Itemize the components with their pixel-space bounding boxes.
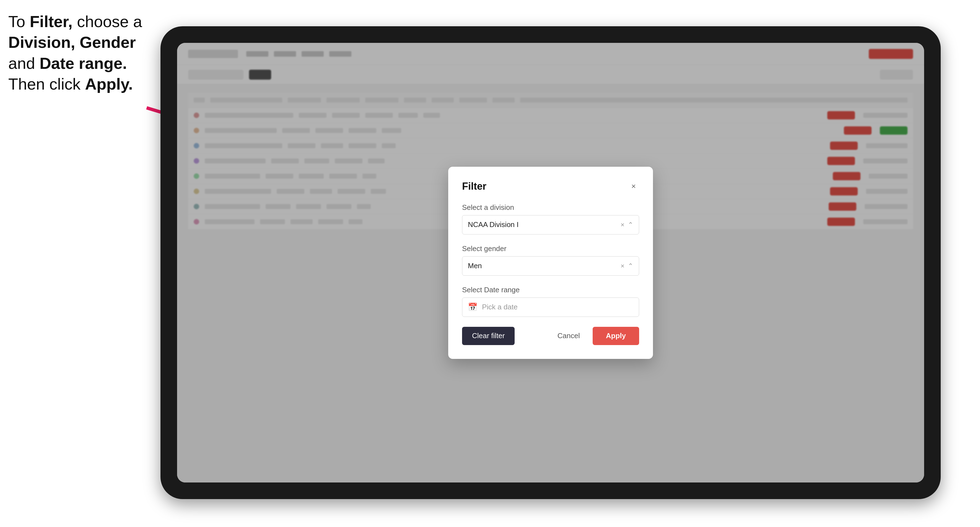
modal-overlay: Filter × Select a division NCAA Division… bbox=[177, 43, 924, 483]
gender-selected-value: Men bbox=[468, 262, 482, 270]
date-placeholder: Pick a date bbox=[482, 303, 518, 311]
division-clear-icon[interactable]: × bbox=[620, 221, 624, 229]
gender-chevron-icon: ⌃ bbox=[628, 262, 633, 270]
calendar-icon: 📅 bbox=[468, 303, 477, 312]
tablet-device: Filter × Select a division NCAA Division… bbox=[161, 26, 941, 499]
gender-clear-icon[interactable]: × bbox=[620, 262, 624, 270]
instruction-text: To Filter, choose a Division, Gender and… bbox=[8, 11, 152, 95]
instruction-bold-filter: Filter, bbox=[30, 13, 73, 30]
close-button[interactable]: × bbox=[628, 181, 639, 192]
date-input[interactable]: 📅 Pick a date bbox=[462, 297, 639, 317]
division-form-group: Select a division NCAA Division I × ⌃ bbox=[462, 203, 639, 235]
division-chevron-icon: ⌃ bbox=[628, 221, 633, 229]
footer-right-actions: Cancel Apply bbox=[547, 327, 639, 345]
date-form-group: Select Date range 📅 Pick a date bbox=[462, 286, 639, 317]
modal-header: Filter × bbox=[462, 181, 639, 192]
filter-modal: Filter × Select a division NCAA Division… bbox=[448, 167, 653, 359]
division-select[interactable]: NCAA Division I × ⌃ bbox=[462, 215, 639, 235]
apply-button[interactable]: Apply bbox=[593, 327, 639, 345]
gender-select-actions: × ⌃ bbox=[620, 262, 633, 270]
instruction-bold-date-range: Date range. bbox=[40, 54, 127, 72]
date-label: Select Date range bbox=[462, 286, 639, 294]
gender-select[interactable]: Men × ⌃ bbox=[462, 256, 639, 276]
instruction-bold-division-gender: Division, Gender bbox=[8, 33, 136, 51]
cancel-button[interactable]: Cancel bbox=[547, 327, 590, 345]
division-label: Select a division bbox=[462, 203, 639, 212]
modal-title: Filter bbox=[462, 181, 487, 192]
division-selected-value: NCAA Division I bbox=[468, 221, 519, 229]
instruction-bold-apply: Apply. bbox=[85, 75, 133, 93]
gender-form-group: Select gender Men × ⌃ bbox=[462, 244, 639, 276]
division-select-actions: × ⌃ bbox=[620, 221, 633, 229]
gender-label: Select gender bbox=[462, 244, 639, 253]
clear-filter-button[interactable]: Clear filter bbox=[462, 327, 515, 345]
tablet-screen: Filter × Select a division NCAA Division… bbox=[177, 43, 924, 483]
modal-footer: Clear filter Cancel Apply bbox=[462, 327, 639, 345]
